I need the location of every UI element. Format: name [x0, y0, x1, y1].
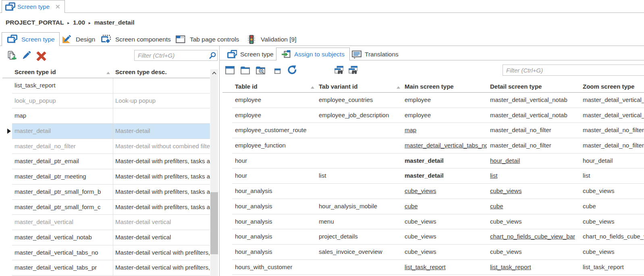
cell-table-id: hour_analysis: [235, 214, 317, 230]
cell-screen-type-id: master_detail_ptr_small_form_b: [15, 185, 111, 200]
table-row[interactable]: master_detail_vertical_tabs_noMaster-det…: [0, 245, 219, 261]
table-row[interactable]: hour_analysismenucube_viewscube_viewscub…: [220, 214, 644, 230]
breadcrumb-item[interactable]: 1.00: [73, 19, 85, 26]
cell-screen-type-id: map: [15, 108, 111, 124]
cell-detail-screen-type[interactable]: cube_views: [490, 184, 581, 199]
cell-table-id: hour: [235, 154, 317, 169]
cell-detail-screen-type: master_detail_no_filter: [490, 123, 581, 138]
main-tab-validation-9[interactable]: Validation [9]: [241, 33, 302, 46]
column-header-zoom-screen-type[interactable]: Zoom screen type: [583, 83, 634, 90]
zoom-detail-button[interactable]: [256, 66, 265, 75]
table-row[interactable]: master_detail_ptr_meetingMaster-detail w…: [0, 169, 219, 185]
column-header-screen-type-desc[interactable]: Screen type desc.: [115, 68, 167, 75]
left-filter-input[interactable]: [135, 50, 217, 60]
cell-table-id: hour_analysis: [235, 229, 317, 245]
cell-screen-type-desc: Master-detail without combined filter ba…: [115, 139, 210, 154]
detail-tab-screen-type[interactable]: Screen type: [222, 48, 278, 60]
column-header-tab-variant-id[interactable]: Tab variant id: [319, 83, 357, 90]
scrollbar-thumb[interactable]: [210, 192, 218, 254]
find-in-screen-button[interactable]: [334, 66, 343, 74]
table-row[interactable]: hours_with_customerlist_task_reportlist_…: [220, 260, 644, 275]
design-icon: [62, 35, 72, 44]
table-row[interactable]: master_detail_vertical_notabMaster-detai…: [0, 230, 219, 245]
breadcrumb-item[interactable]: master_detail: [94, 19, 135, 26]
breadcrumb-item[interactable]: PROJECT_PORTAL: [6, 19, 64, 26]
cell-zoom-screen-type: cube_views: [583, 184, 644, 199]
table-row[interactable]: hour_analysiscube_viewscube_viewscube_vi…: [220, 184, 644, 199]
main-tab-screen-components[interactable]: Screen components: [96, 33, 177, 46]
main-tab-tab-page-controls[interactable]: Tab page controls: [170, 33, 245, 46]
table-row[interactable]: map: [0, 108, 219, 124]
cell-table-id: employee_customer_route: [235, 123, 317, 138]
main-tab-design[interactable]: Design: [56, 33, 101, 46]
cell-detail-screen-type: cube_views: [490, 245, 581, 260]
add-button[interactable]: [7, 51, 17, 60]
column-header-screen-type-id[interactable]: Screen type id: [15, 68, 56, 75]
search-icon[interactable]: [209, 52, 218, 59]
open-document-button[interactable]: [241, 66, 250, 75]
cell-screen-type-id: list_task_report: [15, 78, 111, 93]
column-header-detail-screen-type[interactable]: Detail screen type: [490, 83, 542, 90]
main-tab-screen-type[interactable]: Screen type: [2, 32, 60, 46]
detail-tab-translations[interactable]: Translations: [347, 48, 403, 60]
table-row[interactable]: employee_functionmaster_detail_vertical_…: [220, 138, 644, 154]
column-header-main-screen-type[interactable]: Main screen type: [405, 83, 454, 90]
cell-main-screen-type[interactable]: map: [405, 123, 487, 138]
cell-screen-type-desc: Master-detail with prefilters, tasks and…: [115, 200, 210, 215]
cell-screen-type-desc: Look-up popup: [115, 93, 210, 109]
table-row[interactable]: hourmaster_detailhour_detailhour_detail: [220, 154, 644, 169]
cell-main-screen-type[interactable]: cube: [405, 199, 487, 214]
screen-type-icon: [5, 2, 15, 11]
form-view-button[interactable]: [225, 66, 235, 75]
table-row[interactable]: hourlistmaster_detaillistlist: [220, 168, 644, 184]
content-area: Screen type idScreen type desc.list_task…: [0, 46, 644, 276]
cell-main-screen-type[interactable]: list_task_report: [405, 260, 487, 275]
screen-type-icon: [227, 50, 237, 59]
table-row[interactable]: master_detail_verticalMaster-detail vert…: [0, 215, 219, 230]
delete-button[interactable]: [36, 52, 46, 61]
cell-detail-screen-type[interactable]: cube: [490, 199, 581, 214]
table-row[interactable]: master_detail_ptr_small_form_cMaster-det…: [0, 200, 219, 215]
cell-main-screen-type[interactable]: cube_views: [405, 184, 487, 199]
cell-tab-variant-id: list: [319, 168, 403, 184]
cell-zoom-screen-type: cube: [583, 199, 644, 214]
refresh-button[interactable]: [287, 65, 297, 75]
small-window-button[interactable]: [274, 68, 281, 74]
cell-main-screen-type[interactable]: master_detail_vertical_tabs_no: [405, 138, 487, 154]
cell-tab-variant-id: hour_analysis_mobile: [319, 199, 403, 214]
cell-detail-screen-type[interactable]: hour_detail: [490, 154, 581, 169]
table-row[interactable]: employeeemployee_countriesemployeemaster…: [220, 93, 644, 108]
cell-screen-type-id: master_detail_ptr_email: [15, 154, 111, 169]
edit-button[interactable]: [21, 51, 31, 61]
table-row[interactable]: master_detail_vertical_tabs_prMaster-det…: [0, 260, 219, 276]
find-in-screen-button-2[interactable]: [349, 66, 357, 74]
cell-screen-type-desc: Master-detail vertical with prefilters, …: [115, 245, 210, 261]
table-row[interactable]: master_detailMaster-detail: [0, 124, 219, 139]
table-row[interactable]: employeeemployee_job_descriptionemployee…: [220, 108, 644, 123]
cell-zoom-screen-type: list: [583, 168, 644, 184]
cell-detail-screen-type: cube_views: [490, 214, 581, 230]
document-tab-screen-type[interactable]: Screen type ✕: [2, 0, 65, 13]
table-row[interactable]: hour_analysissales_invoice_overviewcube_…: [220, 245, 644, 260]
cell-detail-screen-type[interactable]: list: [490, 168, 581, 184]
detail-tab-assign-to-subjects[interactable]: Assign to subjects: [276, 48, 350, 60]
close-icon[interactable]: ✕: [55, 4, 60, 10]
table-row[interactable]: master_detail_no_filterMaster-detail wit…: [0, 139, 219, 154]
cell-table-id: employee: [235, 108, 317, 123]
table-row[interactable]: look_up_popupLook-up popup: [0, 93, 219, 109]
assign-to-subjects-icon: [281, 50, 291, 59]
cell-tab-variant-id: employee_countries: [319, 93, 403, 108]
column-header-table-id[interactable]: Table id: [235, 83, 258, 90]
scrollbar-up-icon[interactable]: [212, 72, 216, 75]
main-tab-bar: Screen typeDesignScreen componentsTab pa…: [0, 32, 644, 46]
table-row[interactable]: hour_analysisproject_detailscube_viewsch…: [220, 229, 644, 245]
table-row[interactable]: master_detail_ptr_small_form_bMaster-det…: [0, 185, 219, 200]
cell-detail-screen-type[interactable]: list_task_report: [490, 260, 581, 275]
right-filter-input[interactable]: [503, 65, 644, 75]
screen-components-icon: [101, 35, 112, 44]
table-row[interactable]: hour_analysishour_analysis_mobilecubecub…: [220, 199, 644, 214]
table-row[interactable]: list_task_report: [0, 78, 219, 93]
table-row[interactable]: employee_customer_routemapmaster_detail_…: [220, 123, 644, 138]
cell-detail-screen-type[interactable]: chart_no_fields_cube_view_bar: [490, 229, 581, 245]
table-row[interactable]: master_detail_ptr_emailMaster-detail wit…: [0, 154, 219, 169]
